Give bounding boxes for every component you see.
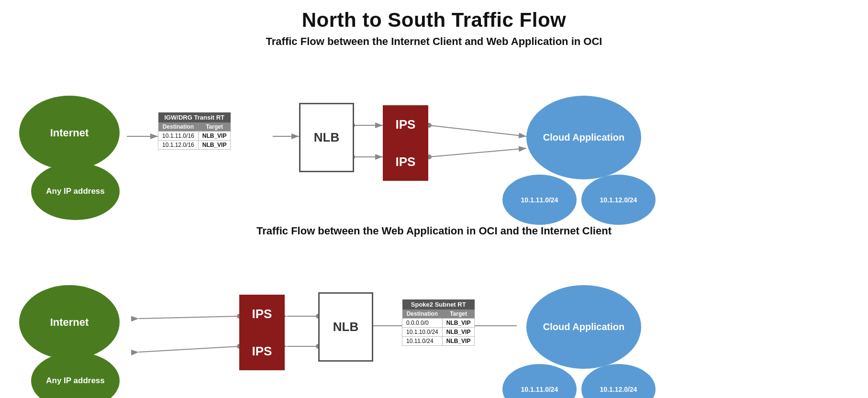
- subnet1-ellipse-top: 10.1.11.0/24: [502, 175, 577, 225]
- diagram-top: Internet Any IP address IGW/DRG Transit …: [0, 48, 868, 225]
- internet-ellipse-top: Internet: [19, 96, 120, 170]
- svg-line-8: [429, 125, 526, 136]
- section1-title: Traffic Flow between the Internet Client…: [0, 35, 868, 48]
- any-ip-ellipse-top: Any IP address: [31, 163, 120, 220]
- ips2-box-bottom: IPS: [239, 332, 285, 370]
- subnet2-ellipse-top: 10.1.12.0/24: [581, 175, 656, 225]
- svg-line-21: [139, 346, 239, 352]
- internet-ellipse-bottom: Internet: [19, 285, 120, 359]
- subnet1-ellipse-bottom: 10.1.11.0/24: [502, 364, 577, 398]
- rt-table-bottom: Spoke2 Subnet RT Destination Target 0.0.…: [402, 299, 475, 346]
- ips2-box-top: IPS: [383, 143, 428, 181]
- cloud-app-ellipse-top: Cloud Application: [526, 96, 641, 179]
- nlb-box-bottom: NLB: [318, 292, 373, 362]
- arrows-top-svg: [0, 48, 868, 225]
- ips1-box-bottom: IPS: [239, 295, 285, 333]
- svg-line-10: [429, 148, 526, 157]
- section2-title: Traffic Flow between the Web Application…: [0, 225, 868, 237]
- any-ip-ellipse-bottom: Any IP address: [31, 352, 120, 398]
- nlb-box-top: NLB: [299, 103, 354, 172]
- page-title: North to South Traffic Flow: [0, 0, 868, 32]
- diagram-bottom: Internet Any IP address IPS IPS NLB Spok…: [0, 237, 868, 398]
- ips1-box-top: IPS: [383, 105, 428, 144]
- svg-line-19: [139, 316, 239, 319]
- cloud-app-ellipse-bottom: Cloud Application: [526, 285, 641, 369]
- subnet2-ellipse-bottom: 10.1.12.0/24: [581, 364, 656, 398]
- rt-table-top: IGW/DRG Transit RT Destination Target 10…: [158, 112, 231, 150]
